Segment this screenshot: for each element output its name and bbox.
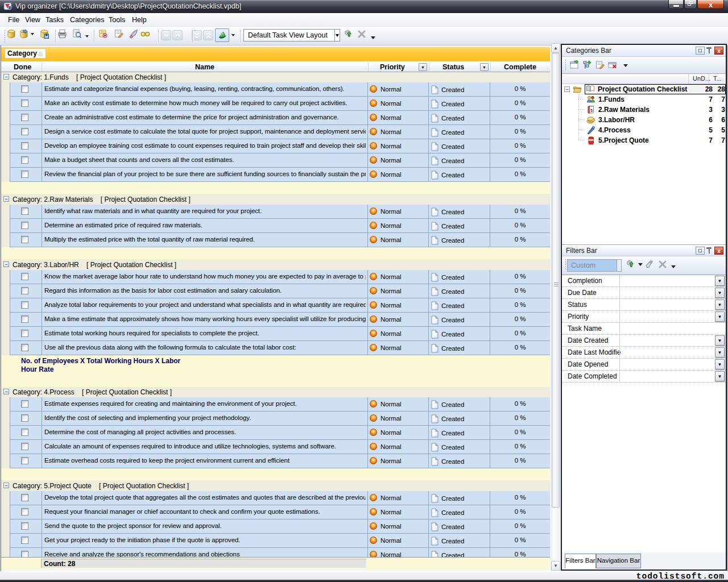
svg-text:5: 5 — [590, 109, 593, 113]
